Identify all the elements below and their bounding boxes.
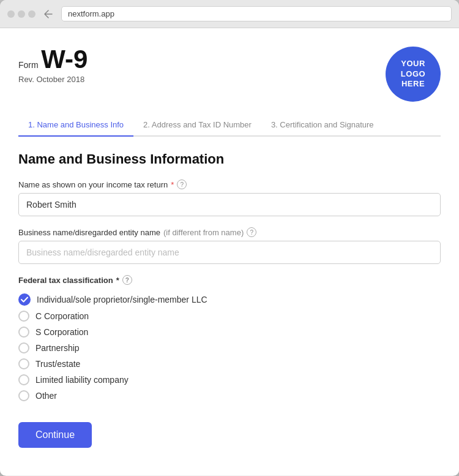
radio-individual[interactable]: Individual/sole proprietor/single-member… [18, 291, 441, 308]
radio-c-corp-button [18, 311, 29, 322]
form-number: W-9 [41, 45, 88, 74]
header-row: Form W-9 Rev. October 2018 YOURLOGOHERE [18, 47, 441, 102]
tab-2[interactable]: 2. Address and Tax ID Number [133, 114, 261, 137]
name-help-icon[interactable]: ? [177, 179, 187, 189]
radio-trust-button [18, 358, 29, 369]
browser-window: Form W-9 Rev. October 2018 YOURLOGOHERE … [0, 0, 459, 476]
classification-label: Federal tax classification * ? [18, 275, 441, 285]
tabs: 1. Name and Business Info 2. Address and… [18, 114, 441, 137]
name-input[interactable] [18, 193, 441, 216]
logo-circle: YOURLOGOHERE [386, 47, 441, 102]
tab-3[interactable]: 3. Certification and Signature [261, 114, 384, 137]
classification-required: * [116, 276, 119, 285]
tab-1[interactable]: 1. Name and Business Info [18, 114, 133, 137]
radio-other-button [18, 390, 29, 401]
name-field-group: Name as shown on your income tax return … [18, 179, 441, 216]
dot-green [28, 10, 35, 18]
radio-llc-button [18, 374, 29, 385]
radio-partnership-label: Partnership [35, 343, 80, 353]
business-input[interactable] [18, 241, 441, 264]
radio-other-label: Other [35, 391, 57, 401]
classification-help-icon[interactable]: ? [122, 275, 132, 285]
radio-c-corp[interactable]: C Corporation [18, 308, 441, 324]
radio-trust[interactable]: Trust/estate [18, 356, 441, 372]
form-label: Form [18, 60, 39, 70]
form-title-block: Form W-9 Rev. October 2018 [18, 47, 88, 84]
checkbox-individual-checked [18, 293, 31, 306]
radio-llc[interactable]: Limited liability company [18, 372, 441, 388]
nav-icon [42, 7, 55, 21]
page-content: Form W-9 Rev. October 2018 YOURLOGOHERE … [0, 28, 459, 475]
business-help-icon[interactable]: ? [247, 227, 256, 237]
dot-yellow [18, 10, 25, 18]
section-title: Name and Business Information [18, 151, 441, 167]
dot-red [7, 10, 15, 18]
radio-s-corp-button [18, 327, 29, 338]
radio-partnership[interactable]: Partnership [18, 340, 441, 356]
radio-s-corp[interactable]: S Corporation [18, 324, 441, 340]
url-bar[interactable] [61, 6, 452, 21]
radio-partnership-button [18, 342, 29, 353]
business-optional: (if different from name) [163, 228, 244, 237]
radio-s-corp-label: S Corporation [35, 327, 88, 337]
radio-individual-label: Individual/sole proprietor/single-member… [37, 295, 207, 304]
radio-other[interactable]: Other [18, 388, 441, 404]
radio-c-corp-label: C Corporation [35, 311, 89, 321]
continue-button[interactable]: Continue [18, 422, 92, 448]
classification-group: Federal tax classification * ? Individua… [18, 275, 441, 404]
browser-dots [7, 10, 35, 18]
name-label: Name as shown on your income tax return … [18, 179, 441, 189]
name-required: * [171, 180, 174, 189]
browser-chrome [0, 0, 459, 28]
radio-llc-label: Limited liability company [35, 375, 129, 385]
radio-trust-label: Trust/estate [35, 359, 80, 369]
form-rev: Rev. October 2018 [18, 75, 88, 84]
form-title-line: Form W-9 [18, 47, 88, 72]
business-label: Business name/disregarded entity name (i… [18, 227, 441, 237]
business-field-group: Business name/disregarded entity name (i… [18, 227, 441, 264]
